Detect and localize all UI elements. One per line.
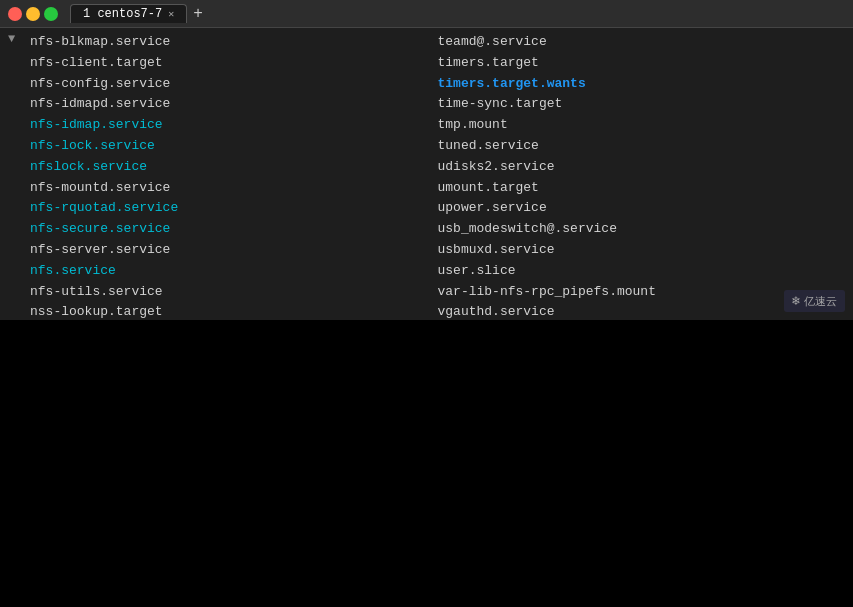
list-item: nfs.service bbox=[30, 261, 438, 282]
add-tab-button[interactable]: + bbox=[193, 5, 203, 23]
list-item: nfs-secure.service bbox=[30, 219, 438, 240]
list-item: nss-lookup.target bbox=[30, 302, 438, 320]
list-item: nfs-rquotad.service bbox=[30, 198, 438, 219]
title-bar: 1 centos7-7 ✕ + bbox=[0, 0, 853, 28]
minimize-button[interactable] bbox=[26, 7, 40, 21]
list-item: nfs-mountd.service bbox=[30, 178, 438, 199]
list-item: nfslock.service bbox=[30, 157, 438, 178]
terminal-content[interactable]: ▼ nfs-blkmap.servicenfs-client.targetnfs… bbox=[0, 28, 853, 320]
list-item: timers.target.wants bbox=[438, 74, 846, 95]
list-item: nfs-client.target bbox=[30, 53, 438, 74]
watermark: ❄ 亿速云 bbox=[784, 290, 845, 312]
list-item: time-sync.target bbox=[438, 94, 846, 115]
active-tab[interactable]: 1 centos7-7 ✕ bbox=[70, 4, 187, 23]
list-item: nfs-blkmap.service bbox=[30, 32, 438, 53]
list-item: nfs-idmap.service bbox=[30, 115, 438, 136]
list-item: upower.service bbox=[438, 198, 846, 219]
list-item: nfs-lock.service bbox=[30, 136, 438, 157]
list-item: nfs-config.service bbox=[30, 74, 438, 95]
list-item: tmp.mount bbox=[438, 115, 846, 136]
tab-label: 1 centos7-7 bbox=[83, 7, 162, 21]
list-item: usbmuxd.service bbox=[438, 240, 846, 261]
list-item: teamd@.service bbox=[438, 32, 846, 53]
list-item: udisks2.service bbox=[438, 157, 846, 178]
list-item: nfs-server.service bbox=[30, 240, 438, 261]
tab-area: 1 centos7-7 ✕ + bbox=[70, 4, 203, 23]
list-item: nfs-idmapd.service bbox=[30, 94, 438, 115]
maximize-button[interactable] bbox=[44, 7, 58, 21]
scroll-indicator: ▼ bbox=[8, 32, 15, 46]
tab-close-icon[interactable]: ✕ bbox=[168, 8, 174, 20]
file-list: nfs-blkmap.servicenfs-client.targetnfs-c… bbox=[30, 32, 845, 320]
watermark-text: 亿速云 bbox=[804, 294, 837, 309]
list-item: user.slice bbox=[438, 261, 846, 282]
close-button[interactable] bbox=[8, 7, 22, 21]
watermark-icon: ❄ bbox=[792, 293, 800, 309]
right-column: teamd@.servicetimers.targettimers.target… bbox=[438, 32, 846, 320]
terminal-window: 1 centos7-7 ✕ + ▼ nfs-blkmap.servicenfs-… bbox=[0, 0, 853, 320]
list-item: umount.target bbox=[438, 178, 846, 199]
left-column: nfs-blkmap.servicenfs-client.targetnfs-c… bbox=[30, 32, 438, 320]
list-item: nfs-utils.service bbox=[30, 282, 438, 303]
list-item: tuned.service bbox=[438, 136, 846, 157]
list-item: timers.target bbox=[438, 53, 846, 74]
list-item: usb_modeswitch@.service bbox=[438, 219, 846, 240]
